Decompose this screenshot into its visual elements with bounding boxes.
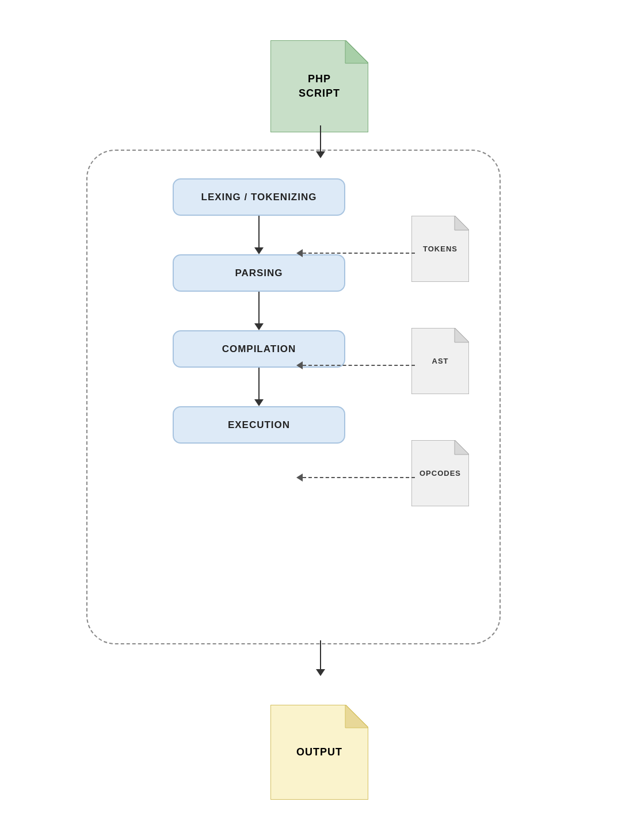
arrow-lexing-parsing [173,216,345,254]
output-label: OUTPUT [296,745,342,759]
lexing-box: LEXING / TOKENIZING [173,178,345,216]
svg-marker-1 [345,40,368,63]
diagram-container: PHP SCRIPT LEXING / TOKENIZING PARSING [58,23,575,817]
ast-file: AST [411,328,469,394]
php-script-shape: PHP SCRIPT [270,40,368,132]
arrow-ast-to-parsing [296,361,415,369]
flow-column: LEXING / TOKENIZING PARSING COMPILATION … [173,178,345,444]
parsing-box: PARSING [173,254,345,292]
execution-box: EXECUTION [173,406,345,444]
svg-marker-9 [345,705,368,728]
tokens-file: TOKENS [411,216,469,282]
svg-marker-7 [455,440,469,455]
arrow-tokens-to-lexing [296,249,415,257]
svg-marker-3 [455,216,469,230]
arrow-opcodes-to-compilation [296,474,415,482]
arrow-parsing-compilation [173,292,345,330]
php-script-label: PHP SCRIPT [299,72,340,101]
arrow-execution-to-output [316,640,325,676]
arrow-compilation-execution [173,368,345,406]
opcodes-file: OPCODES [411,440,469,506]
output-shape: OUTPUT [270,705,368,800]
svg-marker-5 [455,328,469,342]
